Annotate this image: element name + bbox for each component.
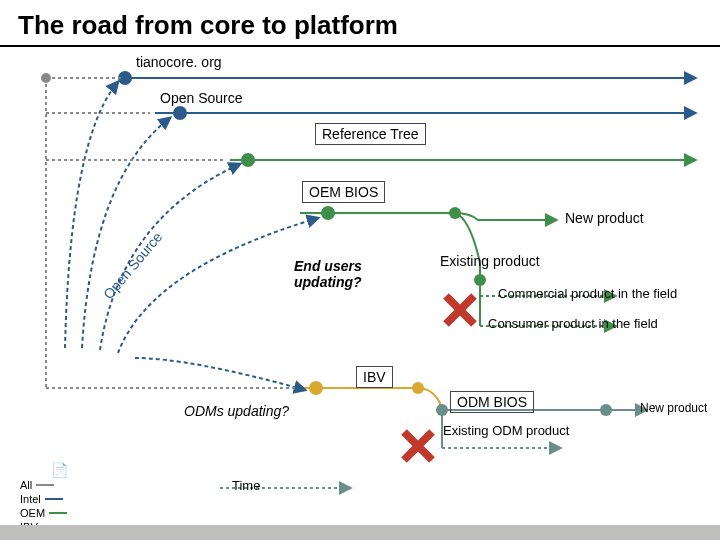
lane-label-tianocore: tianocore. org [136,54,222,70]
diagram-canvas: tianocore. org Open Source Reference Tre… [0,48,720,488]
page-icon: 📄 [20,462,68,478]
svg-point-9 [309,381,323,395]
label-time-axis: Time [232,478,260,493]
legend-label: OEM [20,506,45,520]
lane-label-oem-bios: OEM BIOS [302,181,385,203]
legend-row: OEM [20,506,68,520]
footer-bar [0,525,720,540]
lane-label-ibv: IBV [356,366,393,388]
label-commercial: Commercial product in the field [498,286,677,301]
lane-label-open-source: Open Source [160,90,243,106]
svg-point-10 [412,382,424,394]
legend-swatch [49,512,67,514]
legend-row: All [20,478,68,492]
label-existing-product: Existing product [440,253,540,269]
red-x-icon [404,432,432,460]
legend-swatch [45,498,63,500]
svg-point-3 [321,206,335,220]
svg-point-1 [173,106,187,120]
page-title: The road from core to platform [0,0,720,45]
title-underline [0,45,720,47]
red-x-icon [446,296,474,324]
lane-label-reference-tree: Reference Tree [315,123,426,145]
label-existing-odm: Existing ODM product [443,423,569,438]
legend-label: Intel [20,492,41,506]
legend-swatch [36,484,54,486]
legend-label: All [20,478,32,492]
label-odms-updating: ODMs updating? [184,403,289,419]
label-consumer: Consumer product in the field [488,316,658,331]
label-new-product-2: New product [640,401,707,415]
label-new-product-1: New product [565,210,644,226]
label-end-users-updating: End users updating? [294,258,404,290]
legend-row: Intel [20,492,68,506]
svg-point-2 [241,153,255,167]
label-odm-bios: ODM BIOS [450,391,534,413]
